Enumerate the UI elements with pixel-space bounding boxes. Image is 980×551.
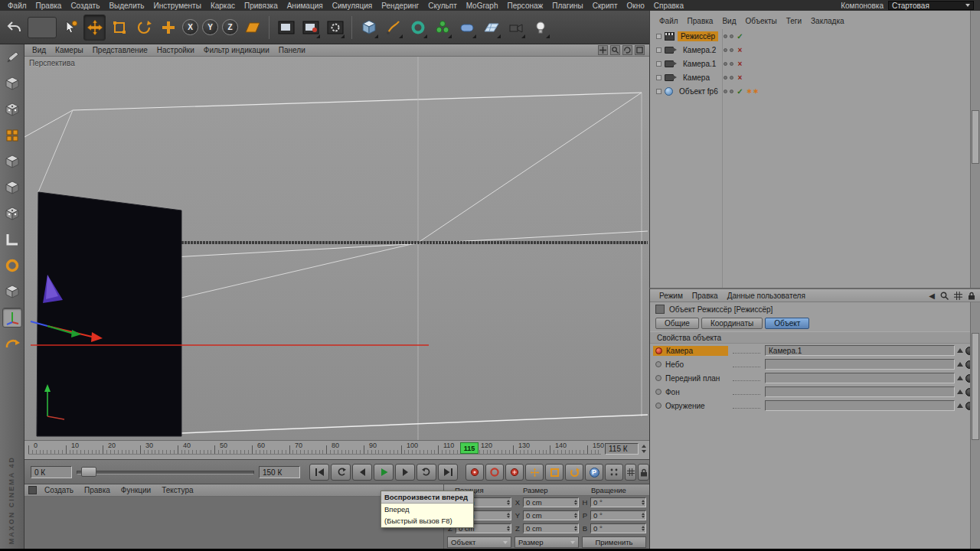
spinner-icon[interactable] <box>642 524 645 533</box>
z-axis-lock-button[interactable]: Z <box>222 19 238 35</box>
expand-icon[interactable] <box>656 47 662 53</box>
make-editable-button[interactable] <box>2 47 22 67</box>
frame-stepper[interactable] <box>640 443 647 455</box>
enable-axis-button[interactable] <box>2 308 22 328</box>
enabled-check-icon[interactable]: ✓ <box>736 87 744 96</box>
autokey-button[interactable] <box>485 464 504 481</box>
snap-toggle-button[interactable] <box>2 282 22 302</box>
editor-visibility-dot[interactable] <box>724 90 727 93</box>
object-row-camera1[interactable]: Камера.1 × <box>650 57 969 70</box>
workplane-toggle-button[interactable] <box>2 230 22 249</box>
menu-script[interactable]: Скрипт <box>588 2 622 10</box>
current-frame-field[interactable]: 115 К <box>605 443 639 455</box>
foreground-property-head[interactable]: Передний план <box>653 373 728 383</box>
link-picker-icon[interactable] <box>957 403 963 408</box>
mm-menu-edit[interactable]: Правка <box>79 486 116 494</box>
add-primitive-button[interactable] <box>358 15 380 41</box>
x-axis-lock-button[interactable]: X <box>182 19 198 35</box>
menu-simulate[interactable]: Симуляция <box>328 2 377 10</box>
am-menu-userdata[interactable]: Данные пользователя <box>723 292 810 300</box>
menu-mograph[interactable]: MoGraph <box>462 2 503 10</box>
spinner-icon[interactable] <box>642 511 645 520</box>
coordinate-system-button[interactable] <box>241 15 263 41</box>
expression-tag-icon[interactable]: ∗∗ <box>746 87 760 95</box>
spinner-icon[interactable] <box>574 511 577 520</box>
tab-object[interactable]: Объект <box>765 318 809 329</box>
spline-mode-button[interactable] <box>2 256 22 276</box>
object-name[interactable]: Объект fp6 <box>676 86 721 96</box>
rotate-tool[interactable] <box>132 15 155 41</box>
add-environment-button[interactable] <box>480 15 502 41</box>
range-end-field[interactable]: 150 К <box>259 466 300 478</box>
am-menu-edit[interactable]: Правка <box>688 292 723 300</box>
menu-plugins[interactable]: Плагины <box>547 2 588 10</box>
link-picker-icon[interactable] <box>957 362 963 367</box>
expand-icon[interactable] <box>656 34 662 39</box>
render-visibility-dot[interactable] <box>730 34 733 38</box>
search-icon[interactable] <box>940 292 949 300</box>
grid-icon[interactable] <box>954 292 962 300</box>
render-visibility-dot[interactable] <box>730 76 733 80</box>
goto-end-button[interactable] <box>438 464 458 481</box>
scrollbar-thumb[interactable] <box>972 110 979 164</box>
foreground-link-field[interactable] <box>765 373 955 383</box>
vp-menu-filter[interactable]: Фильтр индикации <box>199 46 274 54</box>
move-tool[interactable] <box>83 15 106 41</box>
expand-icon[interactable] <box>656 61 662 67</box>
size-y-field[interactable]: 0 cm <box>523 510 579 520</box>
menu-tools[interactable]: Инструменты <box>149 2 206 10</box>
menu-edit[interactable]: Правка <box>31 2 67 10</box>
om-menu-objects[interactable]: Объекты <box>740 17 781 25</box>
link-picker-icon[interactable] <box>957 348 963 353</box>
previous-frame-button[interactable] <box>352 464 372 481</box>
om-menu-bookmarks[interactable]: Закладка <box>806 17 848 25</box>
menu-select[interactable]: Выделить <box>104 2 149 10</box>
key-point-level-button[interactable] <box>605 464 623 481</box>
object-row-null[interactable]: Объект fp6 ✓ ∗∗ <box>650 84 969 98</box>
object-name[interactable]: Режиссёр <box>678 31 718 41</box>
object-manager-scrollbar[interactable] <box>970 11 980 288</box>
play-backwards-button[interactable] <box>331 464 351 481</box>
rot-p-field[interactable]: 0 ° <box>590 510 646 520</box>
link-picker-icon[interactable] <box>957 376 963 380</box>
keyframe-dot-icon[interactable] <box>655 361 662 367</box>
record-keyframe-button[interactable] <box>466 464 484 481</box>
rot-h-field[interactable]: 0 ° <box>590 497 646 507</box>
next-frame-button[interactable] <box>395 464 415 481</box>
timeline-scrub-area[interactable]: 0 10 20 30 40 50 60 70 80 90 100 110 120… <box>28 442 601 455</box>
expand-icon[interactable] <box>656 75 662 80</box>
edges-mode-button[interactable] <box>2 152 22 171</box>
model-mode-button[interactable] <box>2 73 22 93</box>
size-x-field[interactable]: 0 cm <box>523 497 579 507</box>
render-visibility-dot[interactable] <box>730 48 733 52</box>
spinner-icon[interactable] <box>507 524 510 533</box>
vp-menu-view[interactable]: Вид <box>28 46 51 54</box>
tab-basic[interactable]: Общие <box>655 318 699 329</box>
spinner-icon[interactable] <box>642 498 645 507</box>
lock-timeline-button[interactable] <box>638 464 649 481</box>
object-row-camera[interactable]: Камера × <box>650 70 969 84</box>
range-slider[interactable] <box>77 466 254 478</box>
timeline-playhead[interactable]: 115 <box>460 442 479 454</box>
add-mograph-button[interactable] <box>431 15 453 41</box>
add-camera-button[interactable] <box>505 15 527 41</box>
texture-mode-button[interactable] <box>2 126 22 145</box>
polygons-mode-button[interactable] <box>2 178 22 197</box>
editor-visibility-dot[interactable] <box>724 48 727 52</box>
apply-button[interactable]: Применить <box>582 536 646 548</box>
menu-file[interactable]: Файл <box>3 2 31 10</box>
object-row-camera2[interactable]: Камера.2 × <box>650 43 969 57</box>
sky-property-head[interactable]: Небо <box>653 360 728 370</box>
object-mode-dropdown[interactable]: Объект <box>447 536 511 548</box>
render-settings-button[interactable] <box>324 15 346 41</box>
object-properties-section[interactable]: Свойства объекта <box>650 331 980 344</box>
link-picker-icon[interactable] <box>957 390 963 394</box>
menu-window[interactable]: Окно <box>622 2 649 10</box>
disabled-cross-icon[interactable]: × <box>736 46 744 54</box>
menu-animate[interactable]: Анимация <box>283 2 328 10</box>
render-view-button[interactable] <box>275 15 297 41</box>
add-deformer-button[interactable] <box>456 15 478 41</box>
live-selection-tool[interactable] <box>59 15 81 41</box>
environment-link-field[interactable] <box>765 400 955 411</box>
last-tool-button[interactable] <box>157 15 179 41</box>
